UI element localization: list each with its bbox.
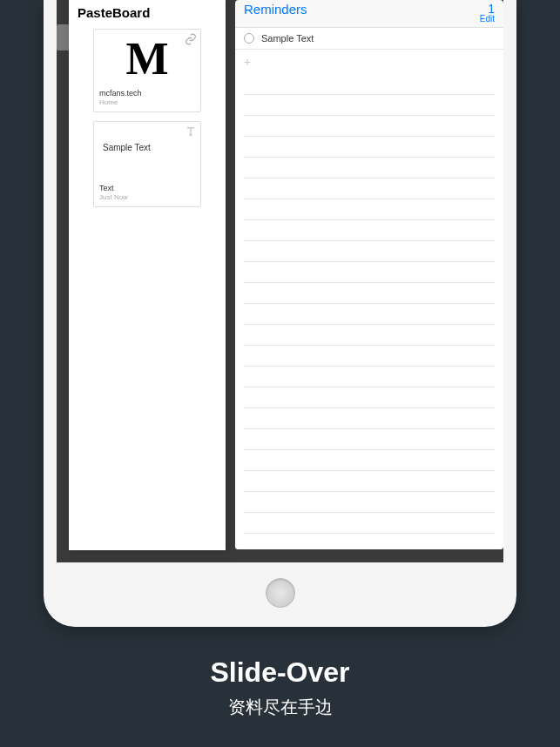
clip-card-link[interactable]: M mcfans.tech Home <box>93 29 201 112</box>
clip-label: mcfans.tech <box>94 84 200 98</box>
clip-sublabel: Just Now <box>94 192 200 203</box>
reminders-header-right: 1 Edit <box>480 2 495 24</box>
reminders-header: Reminders 1 Edit <box>235 0 503 27</box>
add-reminder-button[interactable]: + <box>235 50 503 74</box>
clip-logo-letter: M <box>125 34 168 84</box>
edit-button[interactable]: Edit <box>480 14 495 24</box>
background-app-edge <box>57 24 70 50</box>
reminder-text: Sample Text <box>261 33 314 44</box>
reminder-item[interactable]: Sample Text <box>235 28 503 50</box>
pasteboard-panel[interactable]: PasteBoard M mcfans.tech Home Sample Tex… <box>69 0 226 550</box>
caption-title: Slide-Over <box>0 656 560 689</box>
text-icon <box>185 125 197 138</box>
reminders-list: Sample Text + <box>235 27 503 74</box>
ipad-frame: Reminders 1 Edit Sample Text + <box>44 0 516 627</box>
ruled-background <box>235 74 503 549</box>
reminders-title: Reminders <box>244 2 307 17</box>
reminders-app: Reminders 1 Edit Sample Text + <box>235 0 503 549</box>
pasteboard-title: PasteBoard <box>69 0 226 29</box>
caption-subtitle: 资料尽在手边 <box>0 696 560 719</box>
ipad-screen: Reminders 1 Edit Sample Text + <box>57 0 503 562</box>
plus-icon: + <box>244 55 251 69</box>
clip-card-text[interactable]: Sample Text Text Just Now <box>93 121 201 207</box>
link-icon <box>185 33 197 45</box>
reminder-checkbox[interactable] <box>244 33 254 44</box>
clip-sublabel: Home <box>94 98 200 108</box>
caption: Slide-Over 资料尽在手边 <box>0 656 560 719</box>
clip-label: Text <box>94 178 200 192</box>
home-button[interactable] <box>266 578 295 608</box>
